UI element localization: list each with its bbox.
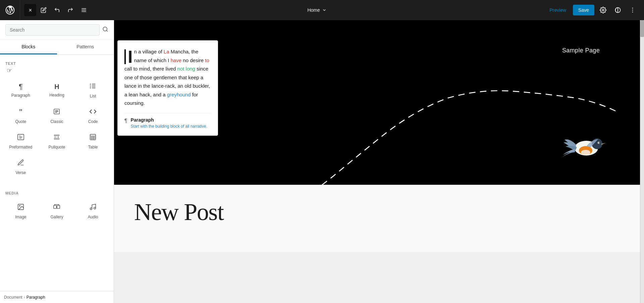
text-section-label: TEXT — [0, 59, 114, 67]
heading-icon: H — [54, 83, 59, 90]
toolbar-right: Preview Save — [540, 4, 644, 16]
more-icon — [629, 7, 636, 13]
contrast-icon — [614, 7, 621, 13]
text-blocks-grid: ¶ Paragraph H Heading — [0, 76, 114, 180]
toolbar-actions: ✕ — [20, 4, 94, 16]
block-table[interactable]: Table — [75, 128, 111, 154]
breadcrumb-document[interactable]: Document — [4, 295, 22, 300]
scrollbar-thumb[interactable] — [640, 20, 644, 37]
code-label: Code — [88, 119, 98, 124]
undo-button[interactable] — [51, 4, 63, 16]
quote-label: Quote — [15, 119, 26, 124]
svg-rect-29 — [57, 205, 60, 208]
block-audio[interactable]: Audio — [75, 198, 111, 223]
svg-point-37 — [599, 142, 600, 143]
classic-label: Classic — [50, 119, 63, 124]
svg-point-6 — [632, 10, 633, 11]
gallery-icon — [53, 203, 60, 212]
popup-para-title: Paragraph — [131, 117, 207, 123]
svg-point-7 — [632, 12, 633, 13]
pullquote-icon — [53, 133, 60, 142]
block-preformatted[interactable]: Preformatted — [3, 128, 39, 154]
tab-blocks[interactable]: Blocks — [0, 40, 57, 54]
verse-label: Verse — [15, 170, 26, 175]
popup-paragraph-row: ¶ Paragraph Start with the building bloc… — [124, 117, 211, 129]
gallery-label: Gallery — [50, 215, 63, 219]
block-gallery[interactable]: Gallery — [39, 198, 75, 223]
bird-svg — [559, 126, 613, 163]
image-icon — [17, 203, 24, 212]
popup-text: I n a village of La Mancha, the name of … — [124, 47, 211, 107]
list-icon — [89, 82, 97, 91]
search-input[interactable] — [5, 24, 100, 36]
settings-icon — [600, 7, 606, 13]
preformatted-icon — [17, 133, 24, 142]
block-verse[interactable]: Verse — [3, 154, 39, 179]
media-blocks-grid: Image Gallery — [0, 197, 114, 225]
pullquote-label: Pullquote — [48, 145, 65, 149]
wordpress-icon — [5, 5, 15, 15]
svg-point-27 — [19, 205, 20, 206]
redo-button[interactable] — [64, 4, 76, 16]
close-button[interactable]: ✕ — [24, 4, 36, 16]
svg-rect-28 — [54, 205, 56, 208]
canvas-area[interactable]: Sample Page I n a village of La Mancha, … — [114, 20, 640, 303]
popup-divider — [124, 113, 211, 113]
new-post-title[interactable]: New Post — [134, 198, 620, 226]
menu-icon — [81, 7, 87, 13]
menu-button[interactable] — [78, 4, 90, 16]
svg-point-3 — [602, 9, 604, 11]
code-icon — [89, 108, 97, 117]
more-options-button[interactable] — [627, 4, 639, 16]
scrollbar-track[interactable] — [640, 20, 644, 303]
table-icon — [89, 133, 97, 142]
popup-card: I n a village of La Mancha, the name of … — [117, 40, 218, 136]
svg-point-5 — [632, 8, 633, 9]
save-button[interactable]: Save — [573, 5, 594, 15]
hero-section: Sample Page I n a village of La Mancha, … — [114, 20, 640, 185]
top-toolbar: ✕ Home — [0, 0, 644, 20]
block-list[interactable]: List — [75, 77, 111, 102]
paragraph-label: Paragraph — [11, 93, 30, 98]
settings-button[interactable] — [597, 4, 609, 16]
popup-para-desc: Start with the building block of all nar… — [131, 124, 207, 129]
block-paragraph[interactable]: ¶ Paragraph — [3, 77, 39, 102]
canvas-scroll: Sample Page I n a village of La Mancha, … — [114, 20, 640, 303]
audio-label: Audio — [88, 215, 98, 219]
page-name: Home — [307, 7, 320, 13]
block-code[interactable]: Code — [75, 102, 111, 128]
breadcrumb-separator: › — [24, 295, 25, 300]
sidebar: Blocks Patterns TEXT ☞ ¶ Paragraph H Hea… — [0, 20, 114, 303]
preview-button[interactable]: Preview — [545, 5, 570, 15]
tab-patterns[interactable]: Patterns — [57, 40, 114, 54]
search-bar — [0, 20, 114, 40]
cursor-hint: ☞ — [7, 67, 12, 74]
drop-cap: I — [124, 49, 132, 64]
page-nav[interactable]: Home — [303, 5, 330, 15]
contrast-button[interactable] — [612, 4, 624, 16]
list-label: List — [90, 94, 96, 98]
block-heading[interactable]: H Heading — [39, 77, 75, 102]
breadcrumb: Document › Paragraph — [0, 291, 114, 303]
block-classic[interactable]: Classic — [39, 102, 75, 128]
svg-rect-21 — [90, 134, 96, 140]
search-button[interactable] — [102, 26, 108, 34]
block-pullquote[interactable]: Pullquote — [39, 128, 75, 154]
toolbar-center: Home — [94, 5, 540, 15]
verse-icon — [17, 159, 24, 168]
media-section-label: MEDIA — [0, 188, 114, 197]
sample-page-label: Sample Page — [562, 47, 600, 54]
search-icon — [102, 26, 108, 32]
svg-point-30 — [90, 208, 92, 210]
wp-logo[interactable] — [0, 0, 20, 20]
table-label: Table — [88, 145, 98, 149]
svg-point-35 — [581, 150, 590, 155]
block-image[interactable]: Image — [3, 198, 39, 223]
audio-icon — [89, 203, 97, 212]
edit-button[interactable] — [38, 4, 50, 16]
block-quote[interactable]: " Quote — [3, 102, 39, 128]
classic-icon — [53, 108, 60, 117]
edit-icon — [41, 7, 47, 13]
breadcrumb-paragraph[interactable]: Paragraph — [26, 295, 45, 300]
main-layout: Blocks Patterns TEXT ☞ ¶ Paragraph H Hea… — [0, 20, 644, 303]
